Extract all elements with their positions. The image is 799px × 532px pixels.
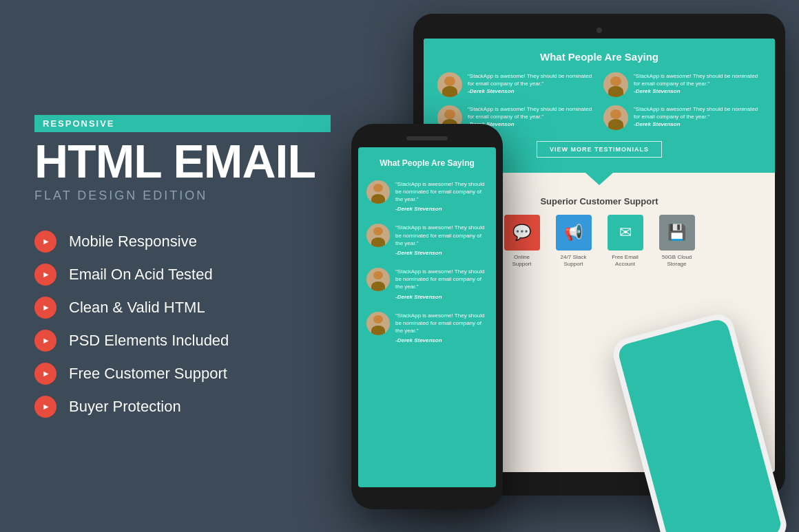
phone-speaker	[406, 136, 448, 140]
feature-item-email-acid-tested: Email On Acid Tested	[34, 264, 331, 286]
testimonial-card-1: "StackApp is awesome! They should be nom…	[603, 72, 761, 97]
phone-testimonial-author-3: -Derek Stevenson	[395, 337, 488, 344]
phone-testimonial-text-0: "StackApp is awesome! They should be nom…	[395, 180, 488, 213]
sub-title: FLAT DESIGN EDITION	[34, 189, 331, 203]
support-icon-box-online-support: 💬	[504, 215, 540, 251]
testimonial-text-1: "StackApp is awesome! They should be nom…	[634, 72, 761, 96]
support-label-online-support: OnlineSupport	[512, 254, 531, 268]
support-label-cloud-storage: 50GB CloudStorage	[662, 254, 692, 268]
support-icon-box-email-account: ✉	[608, 215, 643, 251]
responsive-badge: RESPONSIVE	[34, 115, 331, 132]
phone-avatar-2	[366, 268, 390, 291]
feature-label-buyer-protection: Buyer Protection	[69, 398, 181, 416]
feature-label-psd-elements: PSD Elements Included	[69, 332, 229, 350]
phone-avatar-3	[366, 312, 390, 335]
phone-testimonial-author-1: -Derek Stevenson	[395, 249, 488, 257]
phone-testimonial-author-2: -Derek Stevenson	[395, 293, 488, 301]
feature-icon-free-support	[34, 363, 56, 385]
testimonial-author-1: -Derek Stevenson	[634, 87, 761, 95]
feature-icon-psd-elements	[34, 330, 56, 352]
tablet-camera	[596, 28, 602, 33]
phone-testimonial-text-1: "StackApp is awesome! They should be nom…	[395, 224, 488, 257]
phone-testimonial-0: "StackApp is awesome! They should be nom…	[358, 175, 496, 219]
phone-testimonial-text-2: "StackApp is awesome! They should be nom…	[395, 268, 488, 301]
phone-section-title: What People Are Saying	[358, 147, 496, 175]
testimonial-avatar-1	[603, 72, 628, 97]
phone-avatar-1	[366, 224, 390, 247]
feature-icon-buyer-protection	[34, 396, 56, 418]
feature-label-email-acid-tested: Email On Acid Tested	[69, 266, 213, 284]
feature-icon-mobile-responsive	[34, 231, 56, 253]
phone-testimonial-1: "StackApp is awesome! They should be nom…	[358, 218, 496, 262]
testimonial-card-0: "StackApp is awesome! They should be nom…	[437, 72, 595, 97]
feature-list: Mobile Responsive Email On Acid Tested C…	[34, 231, 331, 418]
view-more-testimonials-button[interactable]: VIEW MORE TESTIMONIALS	[537, 141, 662, 158]
feature-icon-email-acid-tested	[34, 264, 56, 286]
left-panel: RESPONSIVE HTML EMAIL FLAT DESIGN EDITIO…	[0, 0, 365, 532]
feature-label-free-support: Free Customer Support	[69, 365, 227, 383]
support-icon-card-24-7-support: 📢 24/7 StackSupport	[551, 215, 596, 268]
divider-arrow	[585, 173, 613, 185]
phone-device: What People Are Saying "StackApp is awes…	[351, 124, 503, 509]
testimonial-card-3: "StackApp is awesome! They should be nom…	[603, 105, 761, 130]
testimonial-text-3: "StackApp is awesome! They should be nom…	[634, 105, 761, 129]
feature-icon-clean-valid-html	[34, 297, 56, 319]
support-icon-card-email-account: ✉ Free EmailAccount	[603, 215, 647, 268]
phone-testimonial-text-3: "StackApp is awesome! They should be nom…	[395, 312, 488, 345]
feature-item-clean-valid-html: Clean & Valid HTML	[34, 297, 331, 319]
phone-testimonial-3: "StackApp is awesome! They should be nom…	[358, 306, 496, 350]
testimonial-avatar-3	[603, 105, 628, 130]
support-label-email-account: Free EmailAccount	[612, 254, 639, 268]
testimonial-avatar-0	[437, 72, 462, 97]
support-icon-card-cloud-storage: 💾 50GB CloudStorage	[654, 215, 699, 268]
feature-item-free-support: Free Customer Support	[34, 363, 331, 385]
phone-avatar-0	[366, 180, 390, 204]
right-panel: What People Are Saying "StackApp is awes…	[317, 0, 799, 532]
feature-label-mobile-responsive: Mobile Responsive	[69, 233, 197, 251]
phone-screen: What People Are Saying "StackApp is awes…	[358, 147, 496, 487]
phone-testimonial-author-0: -Derek Stevenson	[395, 205, 488, 213]
phone-testimonial-2: "StackApp is awesome! They should be nom…	[358, 262, 496, 306]
support-label-24-7-support: 24/7 StackSupport	[561, 254, 587, 268]
testimonials-grid: "StackApp is awesome! They should be nom…	[437, 72, 761, 130]
support-icon-card-online-support: 💬 OnlineSupport	[499, 215, 544, 268]
testimonial-author-3: -Derek Stevenson	[634, 120, 761, 128]
testimonial-text-0: "StackApp is awesome! They should be nom…	[468, 72, 595, 96]
feature-label-clean-valid-html: Clean & Valid HTML	[69, 299, 205, 317]
support-icon-box-cloud-storage: 💾	[659, 215, 695, 251]
testimonial-author-0: -Derek Stevenson	[468, 87, 595, 95]
feature-item-psd-elements: PSD Elements Included	[34, 330, 331, 352]
main-title: HTML EMAIL	[34, 138, 331, 184]
testimonials-section-title: What People Are Saying	[437, 51, 761, 63]
support-icon-box-24-7-support: 📢	[556, 215, 592, 251]
feature-item-mobile-responsive: Mobile Responsive	[34, 231, 331, 253]
feature-item-buyer-protection: Buyer Protection	[34, 396, 331, 418]
